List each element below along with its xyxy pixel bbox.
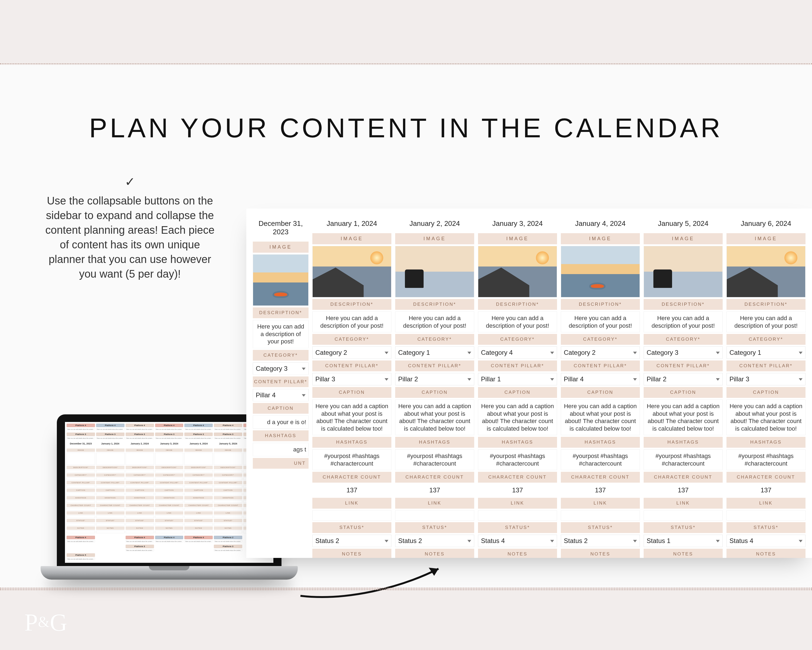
mini-cell[interactable] xyxy=(155,477,183,480)
platform-chip[interactable]: Platform 4 xyxy=(67,424,95,427)
mini-cell[interactable] xyxy=(214,523,242,526)
category-select[interactable]: Category 1 xyxy=(727,346,806,359)
mini-cell[interactable] xyxy=(155,500,183,503)
hashtags-cell[interactable]: #yourpost #hashtags #charactercount xyxy=(478,449,557,470)
mini-cell[interactable] xyxy=(155,470,183,473)
mini-cell[interactable] xyxy=(96,477,125,480)
platform-chip[interactable]: Platform 2 xyxy=(214,536,242,539)
mini-cell[interactable] xyxy=(214,531,242,533)
description-cell[interactable]: Here you can add a description of your p… xyxy=(312,312,391,332)
mini-cell[interactable] xyxy=(125,515,154,518)
mini-cell[interactable] xyxy=(125,531,154,533)
category-select[interactable]: Category 4 xyxy=(478,346,557,359)
mini-cell[interactable] xyxy=(125,523,154,526)
caption-cell[interactable]: d a your e is o! xyxy=(253,416,308,429)
mini-cell[interactable] xyxy=(125,500,154,503)
link-cell[interactable] xyxy=(561,510,640,520)
pillar-select[interactable]: Pillar 2 xyxy=(395,373,474,385)
mini-cell[interactable] xyxy=(67,485,95,488)
description-cell[interactable]: Here you can add a description of your p… xyxy=(727,312,806,332)
status-select[interactable]: Status 2 xyxy=(312,535,391,547)
pillar-select[interactable]: Pillar 1 xyxy=(478,373,557,385)
mini-cell[interactable] xyxy=(184,523,213,526)
mini-cell[interactable] xyxy=(125,508,154,511)
platform-chip[interactable]: Platform 3 xyxy=(184,433,213,436)
status-select[interactable]: Status 2 xyxy=(561,535,640,547)
caption-cell[interactable]: Here you can add a caption about what yo… xyxy=(561,399,640,435)
description-cell[interactable]: Here you can add a description of your p… xyxy=(395,312,474,332)
mini-cell[interactable] xyxy=(214,485,242,488)
platform-chip[interactable]: Platform 4 xyxy=(184,536,213,539)
platform-chip[interactable]: Platform 5 xyxy=(67,553,95,557)
category-select[interactable]: Category 2 xyxy=(312,346,391,359)
hashtags-cell[interactable]: #yourpost #hashtags #charactercount xyxy=(312,449,391,470)
mini-cell[interactable] xyxy=(96,508,125,511)
platform-chip[interactable]: Platform 4 xyxy=(125,536,154,539)
mini-cell[interactable] xyxy=(214,500,242,503)
category-select[interactable]: Category 1 xyxy=(395,346,474,359)
mini-cell[interactable] xyxy=(184,492,213,496)
mini-cell[interactable] xyxy=(184,531,213,533)
mini-cell[interactable] xyxy=(214,492,242,496)
mini-cell[interactable] xyxy=(96,515,125,518)
mini-cell[interactable] xyxy=(155,485,183,488)
pillar-select[interactable]: Pillar 3 xyxy=(727,373,806,385)
platform-chip[interactable]: Platform 3 xyxy=(96,433,125,436)
mini-cell[interactable] xyxy=(96,523,125,526)
category-select[interactable]: Category 3 xyxy=(253,362,308,375)
mini-cell[interactable] xyxy=(184,515,213,518)
description-cell[interactable]: Here you can add a description of your p… xyxy=(253,320,308,348)
hashtags-cell[interactable]: ags t xyxy=(253,443,308,456)
platform-chip[interactable]: Platform 4 xyxy=(155,424,183,427)
mini-cell[interactable] xyxy=(96,470,125,473)
mini-cell[interactable] xyxy=(67,477,95,480)
mini-cell[interactable] xyxy=(184,508,213,511)
mini-cell[interactable] xyxy=(155,492,183,496)
mini-cell[interactable] xyxy=(67,531,95,533)
mini-cell[interactable] xyxy=(96,485,125,488)
caption-cell[interactable]: Here you can add a caption about what yo… xyxy=(727,399,806,435)
platform-chip[interactable]: Platform 3 xyxy=(214,544,242,548)
pillar-select[interactable]: Pillar 2 xyxy=(644,373,723,385)
mini-cell[interactable] xyxy=(155,523,183,526)
platform-chip[interactable]: Platform 3 xyxy=(125,544,154,548)
mini-cell[interactable] xyxy=(214,508,242,511)
link-cell[interactable] xyxy=(395,510,474,520)
caption-cell[interactable]: Here you can add a caption about what yo… xyxy=(395,399,474,435)
mini-cell[interactable] xyxy=(184,485,213,488)
mini-cell[interactable] xyxy=(67,492,95,496)
platform-chip[interactable]: Platform 3 xyxy=(125,433,154,436)
link-cell[interactable] xyxy=(312,510,391,520)
mini-cell[interactable] xyxy=(155,531,183,533)
mini-cell[interactable] xyxy=(67,523,95,526)
mini-cell[interactable] xyxy=(125,492,154,496)
pillar-select[interactable]: Pillar 4 xyxy=(561,373,640,385)
pillar-select[interactable]: Pillar 4 xyxy=(253,389,308,401)
description-cell[interactable]: Here you can add a description of your p… xyxy=(478,312,557,332)
platform-chip[interactable]: Platform 4 xyxy=(214,424,242,427)
mini-cell[interactable] xyxy=(184,477,213,480)
caption-cell[interactable]: Here you can add a caption about what yo… xyxy=(644,399,723,435)
link-cell[interactable] xyxy=(644,510,723,520)
link-cell[interactable] xyxy=(478,510,557,520)
mini-cell[interactable] xyxy=(96,531,125,533)
platform-chip[interactable]: Platform 3 xyxy=(67,433,95,436)
platform-chip[interactable]: Platform 4 xyxy=(96,424,125,427)
hashtags-cell[interactable]: #yourpost #hashtags #charactercount xyxy=(644,449,723,470)
platform-chip[interactable]: Platform 4 xyxy=(125,424,154,427)
status-select[interactable]: Status 1 xyxy=(644,535,723,547)
mini-cell[interactable] xyxy=(214,470,242,473)
mini-cell[interactable] xyxy=(125,470,154,473)
platform-chip[interactable]: Platform 4 xyxy=(67,536,95,539)
description-cell[interactable]: Here you can add a description of your p… xyxy=(644,312,723,332)
mini-cell[interactable] xyxy=(67,508,95,511)
hashtags-cell[interactable]: #yourpost #hashtags #charactercount xyxy=(727,449,806,470)
caption-cell[interactable]: Here you can add a caption about what yo… xyxy=(312,399,391,435)
caption-cell[interactable]: Here you can add a caption about what yo… xyxy=(478,399,557,435)
mini-cell[interactable] xyxy=(214,477,242,480)
status-select[interactable]: Status 4 xyxy=(727,535,806,547)
category-select[interactable]: Category 3 xyxy=(644,346,723,359)
description-cell[interactable]: Here you can add a description of your p… xyxy=(561,312,640,332)
category-select[interactable]: Category 2 xyxy=(561,346,640,359)
mini-cell[interactable] xyxy=(67,500,95,503)
